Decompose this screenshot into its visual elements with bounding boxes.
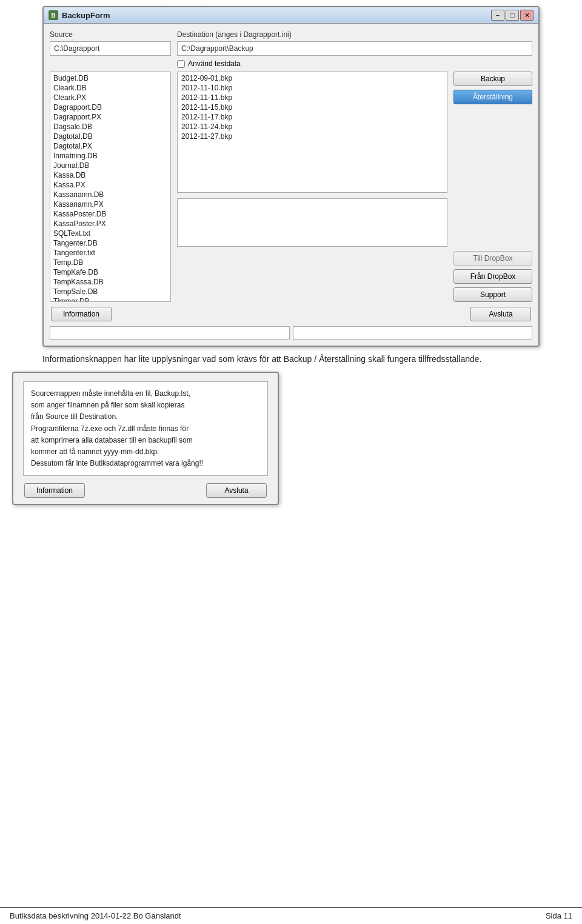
info-text-line: kommer att få namnet yyyy-mm-dd.bkp. xyxy=(31,446,260,458)
status-bar xyxy=(50,326,532,340)
file-list-item[interactable]: Cleark.DB xyxy=(52,83,169,93)
backup-button[interactable]: Backup xyxy=(453,72,532,86)
source-label: Source xyxy=(50,30,73,39)
text-input-area[interactable] xyxy=(177,198,447,247)
quit-button[interactable]: Avsluta xyxy=(470,307,531,321)
info-text-line: som anger filnamnen på filer som skall k… xyxy=(31,400,260,411)
file-list-item[interactable]: Dagsale.DB xyxy=(52,122,169,132)
info-text-line: Programfilerna 7z.exe och 7z.dll måste f… xyxy=(31,423,260,435)
backup-list-item[interactable]: 2012-11-10.bkp xyxy=(179,83,446,93)
footer-left: Butiksdata beskrivning 2014-01-22 Bo Gan… xyxy=(10,911,181,920)
from-dropbox-button[interactable]: Från DropBox xyxy=(453,269,532,284)
file-list-item[interactable]: Temp.DB xyxy=(52,258,169,267)
file-list-item[interactable]: TempKafe.DB xyxy=(52,267,169,277)
title-bar: B BackupForm − □ ✕ xyxy=(44,7,538,24)
info-text-box: Sourcemappen måste innehålla en fil, Bac… xyxy=(23,381,268,476)
info-avsluta-button[interactable]: Avsluta xyxy=(206,483,267,498)
window-title: BackupForm xyxy=(62,11,110,20)
title-bar-left: B BackupForm xyxy=(48,10,110,20)
file-list-item[interactable]: Dagtotal.DB xyxy=(52,132,169,141)
right-panel: Backup Återställning Till DropBox Från D… xyxy=(453,72,532,302)
main-layout: Budget.DBCleark.DBCleark.PXDagrapport.DB… xyxy=(50,72,532,302)
description-section: Informationsknappen har lite upplysninga… xyxy=(42,353,540,366)
bottom-row: Information Avsluta xyxy=(50,307,532,321)
testdata-label: Använd testdata xyxy=(188,59,241,68)
file-list-item[interactable]: TempKassa.DB xyxy=(52,277,169,287)
file-list-item[interactable]: Kassanamn.PX xyxy=(52,199,169,209)
file-list-item[interactable]: Kassa.PX xyxy=(52,180,169,190)
status-box-left xyxy=(50,326,290,340)
file-list-item[interactable]: Timmar.DB xyxy=(52,296,169,302)
info-text-line: från Source till Destination. xyxy=(31,411,260,423)
testdata-row: Använd testdata xyxy=(177,59,532,68)
info-popup-body: Sourcemappen måste innehålla en fil, Bac… xyxy=(13,373,278,504)
info-text-line: att komprimera alla databaser till en ba… xyxy=(31,435,260,446)
file-list-item[interactable]: Kassanamn.DB xyxy=(52,190,169,199)
file-list-item[interactable]: Journal.DB xyxy=(52,161,169,170)
backup-list-item[interactable]: 2012-09-01.bkp xyxy=(179,73,446,83)
backup-list-item[interactable]: 2012-11-27.bkp xyxy=(179,132,446,141)
file-list-item[interactable]: Inmatning.DB xyxy=(52,151,169,161)
backup-list-item[interactable]: 2012-11-17.bkp xyxy=(179,112,446,122)
info-information-button[interactable]: Information xyxy=(24,483,85,498)
source-path: C:\Dagrapport xyxy=(50,41,171,56)
title-bar-buttons: − □ ✕ xyxy=(491,10,534,21)
file-list-item[interactable]: Kassa.DB xyxy=(52,170,169,180)
file-list-item[interactable]: Cleark.PX xyxy=(52,93,169,102)
backup-list-item[interactable]: 2012-11-15.bkp xyxy=(179,102,446,112)
restore-button[interactable]: Återställning xyxy=(453,90,532,104)
file-list-item[interactable]: KassaPoster.PX xyxy=(52,219,169,229)
backup-form-window: B BackupForm − □ ✕ Source Destination (a… xyxy=(42,6,540,347)
left-panel: Budget.DBCleark.DBCleark.PXDagrapport.DB… xyxy=(50,72,171,302)
to-dropbox-button[interactable]: Till DropBox xyxy=(453,251,532,266)
info-text-line: Dessutom får inte Butiksdataprogrammet v… xyxy=(31,458,260,469)
support-button[interactable]: Support xyxy=(453,287,532,302)
app-icon: B xyxy=(48,10,58,20)
info-text-line: Sourcemappen måste innehålla en fil, Bac… xyxy=(31,388,260,400)
file-list[interactable]: Budget.DBCleark.DBCleark.PXDagrapport.DB… xyxy=(50,72,171,302)
status-box-right xyxy=(293,326,533,340)
backup-list[interactable]: 2012-09-01.bkp2012-11-10.bkp2012-11-11.b… xyxy=(177,72,447,193)
testdata-checkbox[interactable] xyxy=(177,60,185,68)
footer-right: Sida 11 xyxy=(546,911,572,920)
file-list-item[interactable]: Dagrapport.PX xyxy=(52,112,169,122)
file-list-item[interactable]: Tangenter.txt xyxy=(52,248,169,258)
file-list-item[interactable]: Tangenter.DB xyxy=(52,238,169,248)
backup-list-item[interactable]: 2012-11-24.bkp xyxy=(179,122,446,132)
minimize-button[interactable]: − xyxy=(491,10,504,21)
info-popup-window: Sourcemappen måste innehålla en fil, Bac… xyxy=(12,372,279,505)
backup-list-item[interactable]: 2012-11-11.bkp xyxy=(179,93,446,102)
file-list-item[interactable]: TempSale.DB xyxy=(52,287,169,296)
info-buttons: Information Avsluta xyxy=(23,483,268,498)
window-body: Source Destination (anges i Dagrapport.i… xyxy=(44,24,538,346)
file-list-item[interactable]: Budget.DB xyxy=(52,73,169,83)
file-list-item[interactable]: SQLText.txt xyxy=(52,229,169,238)
close-button[interactable]: ✕ xyxy=(520,10,534,21)
dest-path: C:\Dagrapport\Backup xyxy=(177,41,532,56)
file-list-item[interactable]: Dagrapport.DB xyxy=(52,102,169,112)
page-footer: Butiksdata beskrivning 2014-01-22 Bo Gan… xyxy=(0,907,582,924)
destination-label: Destination (anges i Dagrapport.ini) xyxy=(177,30,292,39)
file-list-item[interactable]: KassaPoster.DB xyxy=(52,209,169,219)
center-panel: 2012-09-01.bkp2012-11-10.bkp2012-11-11.b… xyxy=(177,72,447,302)
description-text: Informationsknappen har lite upplysninga… xyxy=(42,353,540,366)
maximize-button[interactable]: □ xyxy=(506,10,519,21)
file-list-item[interactable]: Dagtotal.PX xyxy=(52,141,169,151)
information-button[interactable]: Information xyxy=(51,307,112,321)
